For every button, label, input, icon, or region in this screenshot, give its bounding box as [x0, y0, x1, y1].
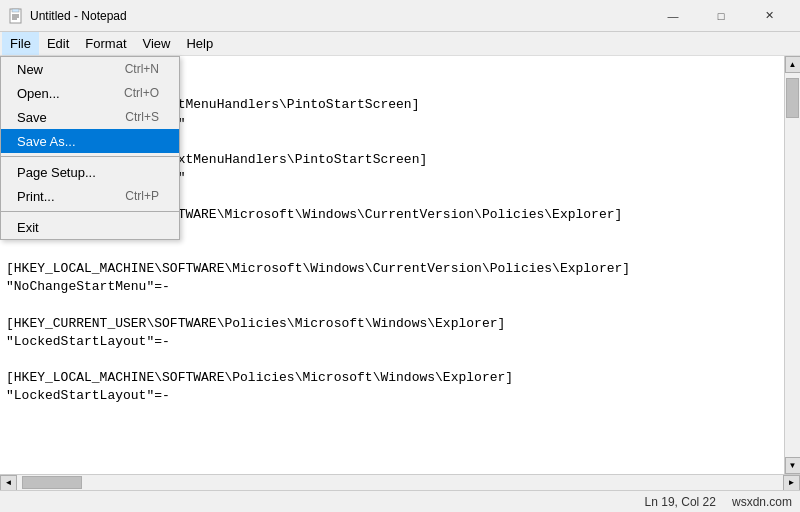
window-title: Untitled - Notepad [30, 9, 127, 23]
file-dropdown: New Ctrl+N Open... Ctrl+O Save Ctrl+S Sa… [0, 56, 180, 240]
title-left: Untitled - Notepad [8, 8, 127, 24]
scroll-down-button[interactable]: ▼ [785, 457, 801, 474]
minimize-button[interactable]: — [650, 0, 696, 32]
scroll-right-button[interactable]: ► [783, 475, 800, 491]
menu-item-format[interactable]: Format [77, 32, 134, 55]
close-button[interactable]: ✕ [746, 0, 792, 32]
scroll-track-vertical[interactable] [785, 73, 800, 457]
cursor-position: Ln 19, Col 22 [645, 495, 716, 509]
menu-new[interactable]: New Ctrl+N [1, 57, 179, 81]
window-controls: — □ ✕ [650, 0, 792, 32]
svg-rect-1 [12, 9, 19, 12]
menu-item-help[interactable]: Help [178, 32, 221, 55]
menu-save[interactable]: Save Ctrl+S [1, 105, 179, 129]
menu-print[interactable]: Print... Ctrl+P [1, 184, 179, 208]
scroll-track-horizontal[interactable] [17, 475, 783, 490]
menu-bar: File Edit Format View Help New Ctrl+N Op… [0, 32, 800, 56]
scroll-thumb-vertical[interactable] [786, 78, 799, 118]
menu-save-as[interactable]: Save As... [1, 129, 179, 153]
menu-item-file[interactable]: File [2, 32, 39, 55]
menu-exit[interactable]: Exit [1, 215, 179, 239]
maximize-button[interactable]: □ [698, 0, 744, 32]
horizontal-scrollbar[interactable]: ◄ ► [0, 474, 800, 490]
menu-open[interactable]: Open... Ctrl+O [1, 81, 179, 105]
scroll-left-button[interactable]: ◄ [0, 475, 17, 491]
title-bar: Untitled - Notepad — □ ✕ [0, 0, 800, 32]
scroll-thumb-horizontal[interactable] [22, 476, 82, 489]
status-bar: Ln 19, Col 22 wsxdn.com [0, 490, 800, 512]
app-icon [8, 8, 24, 24]
menu-item-edit[interactable]: Edit [39, 32, 77, 55]
vertical-scrollbar[interactable]: ▲ ▼ [784, 56, 800, 474]
menu-page-setup[interactable]: Page Setup... [1, 160, 179, 184]
scroll-up-button[interactable]: ▲ [785, 56, 801, 73]
website-label: wsxdn.com [732, 495, 792, 509]
menu-separator-1 [1, 156, 179, 157]
menu-item-view[interactable]: View [135, 32, 179, 55]
menu-separator-2 [1, 211, 179, 212]
